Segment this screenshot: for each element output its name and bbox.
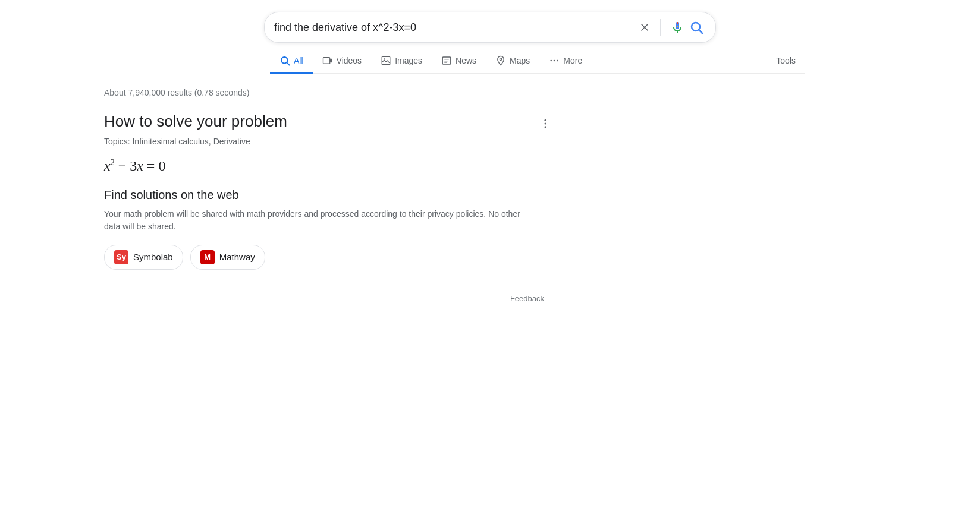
voice-search-button[interactable] (668, 18, 687, 37)
tab-images-label: Images (395, 56, 422, 65)
svg-line-3 (699, 30, 703, 34)
svg-rect-0 (677, 22, 678, 24)
tab-more-label: More (563, 56, 582, 65)
svg-point-16 (554, 60, 555, 62)
more-options-button[interactable] (535, 115, 556, 135)
clear-button[interactable] (636, 19, 653, 36)
svg-point-15 (551, 60, 552, 62)
svg-line-5 (287, 62, 289, 65)
search-nav-icon (279, 55, 290, 66)
nav-tabs: All Videos Images (270, 43, 805, 74)
svg-point-14 (500, 58, 502, 61)
results-count: About 7,940,000 results (0.78 seconds) (104, 88, 556, 97)
svg-rect-1 (677, 26, 678, 27)
symbolab-label: Symbolab (133, 252, 173, 262)
svg-point-9 (384, 58, 385, 59)
tools-button[interactable]: Tools (767, 50, 805, 73)
main-content: About 7,940,000 results (0.78 seconds) H… (104, 74, 556, 309)
tab-all-label: All (294, 56, 303, 65)
privacy-notice: Your math problem will be shared with ma… (104, 208, 520, 233)
tab-more[interactable]: More (539, 49, 592, 74)
tab-all[interactable]: All (270, 49, 313, 74)
search-submit-button[interactable] (687, 18, 706, 37)
maps-icon (495, 55, 506, 66)
search-glass-icon (689, 20, 703, 34)
video-icon (322, 55, 333, 66)
mathway-logo: M (200, 250, 215, 264)
tab-news-label: News (456, 56, 476, 65)
tab-maps[interactable]: Maps (486, 49, 539, 74)
footer-feedback: Feedback (104, 288, 556, 309)
search-bar (264, 12, 716, 43)
featured-box: How to solve your problem Topics: Infini… (104, 112, 556, 270)
provider-buttons: Sy Symbolab M Mathway (104, 245, 556, 270)
svg-point-19 (545, 123, 546, 125)
divider (660, 19, 661, 36)
feedback-link[interactable]: Feedback (510, 294, 544, 303)
svg-rect-10 (442, 57, 451, 64)
symbolab-button[interactable]: Sy Symbolab (104, 245, 183, 270)
image-icon (381, 55, 391, 66)
svg-point-20 (545, 126, 546, 128)
tab-videos-label: Videos (337, 56, 362, 65)
svg-point-18 (545, 119, 546, 121)
mic-icon (670, 20, 684, 34)
tab-videos[interactable]: Videos (313, 49, 372, 74)
tab-images[interactable]: Images (371, 49, 432, 74)
more-dots-icon (549, 55, 560, 66)
tab-news[interactable]: News (432, 49, 486, 74)
news-icon (441, 55, 452, 66)
featured-topics: Topics: Infinitesimal calculus, Derivati… (104, 137, 556, 146)
close-icon (639, 21, 651, 33)
math-equation: x2 − 3x = 0 (104, 158, 556, 174)
search-input[interactable] (274, 21, 636, 34)
mathway-label: Mathway (219, 252, 255, 262)
svg-point-17 (557, 60, 558, 62)
featured-title: How to solve your problem (104, 112, 556, 132)
svg-rect-8 (382, 56, 390, 65)
svg-rect-6 (323, 58, 329, 64)
tools-label: Tools (776, 56, 796, 65)
tab-maps-label: Maps (510, 56, 530, 65)
symbolab-logo: Sy (114, 250, 128, 264)
mathway-button[interactable]: M Mathway (190, 245, 265, 270)
solutions-title: Find solutions on the web (104, 188, 556, 202)
